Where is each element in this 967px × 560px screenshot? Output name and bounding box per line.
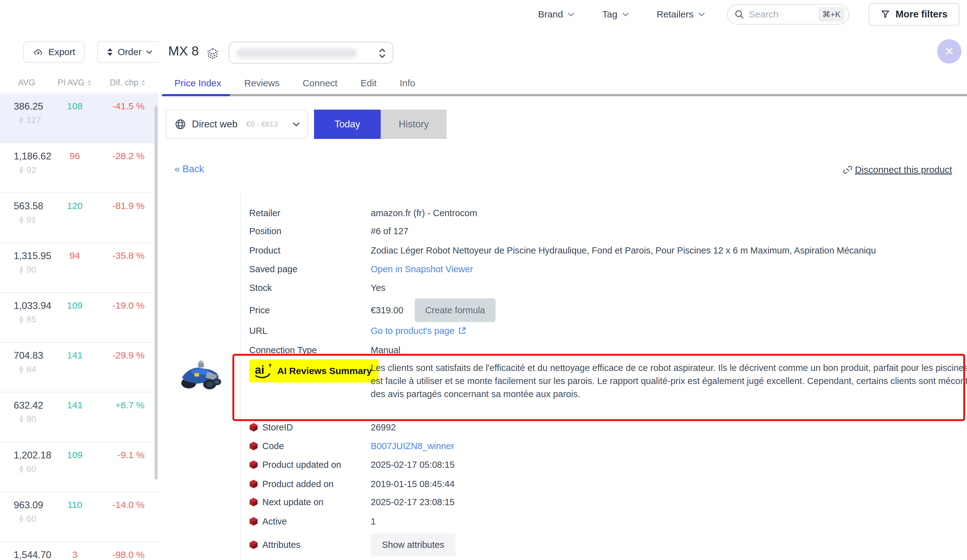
order-button[interactable]: Order	[97, 41, 158, 63]
lightning-icon	[19, 116, 24, 124]
column-header-dif-chp[interactable]: Dif. chp	[97, 78, 158, 87]
avg-value: 1,202.18	[14, 450, 53, 461]
pi-avg-value: 94	[69, 250, 80, 261]
disconnect-product-link[interactable]: Disconnect this product	[842, 165, 952, 175]
price-rows: 386.25 127 108 -41.5 % 1,186.62 92 96 -2…	[0, 94, 158, 560]
back-link[interactable]: « Back	[175, 163, 204, 175]
source-channel-label: Direct web	[192, 119, 238, 130]
product-updated-value: 2025-02-17 05:08:15	[371, 458, 454, 471]
flash-value: 60	[26, 464, 36, 474]
price-row[interactable]: 1,033.94 85 109 -19.0 %	[0, 293, 158, 343]
pi-avg-value: 120	[67, 201, 83, 211]
export-button[interactable]: Export	[23, 41, 85, 63]
dif-chp-value: -98.0 %	[112, 549, 145, 560]
active-value: 1	[371, 514, 376, 528]
tag-filter-dropdown[interactable]: Tag	[602, 9, 629, 20]
flash-count: 92	[14, 165, 53, 175]
detail-row-price: Price €319.00 Create formula	[249, 298, 496, 323]
layers-icon	[206, 47, 219, 61]
brand-filter-dropdown[interactable]: Brand	[538, 9, 575, 20]
pi-avg-value: 110	[67, 499, 82, 510]
store-id-label: StoreID	[262, 420, 293, 434]
detail-row-product-added: Product added on 2019-01-15 08:45:44	[249, 477, 454, 491]
go-to-product-page-link[interactable]: Go to product's page	[371, 324, 467, 338]
detail-row-saved-page: Saved page Open in Snapshot Viewer	[249, 262, 473, 276]
brand-filter-label: Brand	[538, 9, 563, 20]
product-code-link[interactable]: B007JUIZN8_winner	[371, 439, 454, 453]
app: { "colors": { "accent": "#3a44d8", "link…	[0, 0, 967, 560]
tab-edit[interactable]: Edit	[360, 78, 377, 89]
price-row[interactable]: 386.25 127 108 -41.5 %	[0, 94, 158, 143]
price-range-label: €0 - €613	[246, 120, 277, 128]
lightning-icon	[19, 166, 24, 174]
pi-avg-value: 3	[72, 549, 78, 560]
open-snapshot-viewer-link[interactable]: Open in Snapshot Viewer	[371, 262, 473, 276]
next-update-label: Next update on	[262, 495, 324, 509]
detail-row-product: Product Zodiac Léger Robot Nettoyeur de …	[249, 244, 876, 257]
search-input[interactable]: Search ⌘+K	[727, 4, 849, 25]
column-header-pi-avg[interactable]: PI AVG	[53, 78, 97, 87]
sort-arrows-icon	[87, 80, 92, 86]
database-cube-icon	[249, 423, 258, 432]
product-detail-panel: MX 8 ✕ Price Index Reviews Connect Edit …	[162, 34, 967, 560]
chevron-down-icon	[146, 50, 153, 54]
product-label: Product	[249, 244, 371, 257]
chevron-down-icon	[292, 122, 300, 127]
dif-chp-value: -35.8 %	[112, 250, 145, 261]
details-divider	[240, 193, 241, 560]
retailers-filter-dropdown[interactable]: Retailers	[657, 9, 705, 20]
close-button[interactable]: ✕	[937, 39, 961, 64]
tab-price-index[interactable]: Price Index	[175, 78, 221, 89]
flash-count: 127	[14, 115, 53, 125]
product-updated-label: Product updated on	[262, 458, 341, 471]
history-toggle-button[interactable]: History	[381, 110, 447, 139]
product-added-label: Product added on	[262, 477, 333, 491]
lightning-icon	[19, 216, 24, 224]
flash-count: 85	[14, 315, 53, 324]
detail-row-url: URL Go to product's page	[249, 324, 467, 338]
price-row[interactable]: 1,202.18 60 109 -9.1 %	[0, 442, 158, 492]
retailers-filter-label: Retailers	[657, 9, 693, 20]
detail-row-store-id: StoreID 26992	[249, 420, 396, 434]
pi-avg-value: 109	[67, 300, 83, 311]
price-row[interactable]: 704.83 84 141 -29.9 %	[0, 343, 158, 392]
pi-avg-value: 108	[67, 101, 83, 111]
source-channel-dropdown[interactable]: Direct web €0 - €613	[166, 110, 308, 139]
price-row[interactable]: 1,544.70 3 -98.0 %	[0, 542, 158, 560]
create-formula-button[interactable]: Create formula	[415, 298, 496, 322]
flash-value: 90	[26, 265, 36, 275]
today-toggle-button[interactable]: Today	[314, 110, 381, 139]
stock-value: Yes	[371, 281, 385, 295]
search-shortcut-badge: ⌘+K	[818, 7, 844, 22]
price-row[interactable]: 632.42 80 141 +6.7 %	[0, 392, 158, 442]
pi-avg-value: 96	[69, 151, 80, 161]
funnel-icon	[880, 9, 890, 19]
price-row[interactable]: 1,315.95 90 94 -35.8 %	[0, 243, 158, 293]
search-icon	[734, 9, 744, 20]
flash-count: 91	[14, 215, 53, 225]
dif-chp-value: -9.1 %	[117, 450, 145, 460]
flash-value: 92	[26, 165, 36, 175]
more-filters-button[interactable]: More filters	[868, 3, 960, 26]
tab-connect[interactable]: Connect	[302, 78, 337, 89]
connected-product-select[interactable]	[229, 42, 393, 64]
price-row[interactable]: 563.58 91 120 -81.9 %	[0, 193, 158, 243]
detail-row-next-update: Next update on 2025-02-17 23:08:15	[249, 495, 454, 509]
detail-row-connection-type: Connection Type Manual	[249, 343, 400, 357]
flash-count: 84	[14, 364, 53, 374]
show-attributes-button[interactable]: Show attributes	[371, 533, 455, 556]
dif-chp-value: -81.9 %	[112, 201, 145, 211]
cloud-download-icon	[33, 47, 44, 57]
database-cube-icon	[249, 517, 258, 526]
price-row[interactable]: 963.09 60 110 -14.0 %	[0, 492, 158, 542]
tab-underline	[162, 94, 967, 96]
tab-info[interactable]: Info	[400, 78, 415, 89]
sidebar-scrollbar[interactable]	[155, 106, 158, 480]
flash-count: 80	[14, 414, 53, 424]
retailer-value: amazon.fr (fr) - Centrocom	[371, 206, 477, 220]
ai-logo-icon: ai	[254, 362, 273, 379]
price-row[interactable]: 1,186.62 92 96 -28.2 %	[0, 143, 158, 193]
avg-value: 632.42	[14, 400, 53, 411]
export-label: Export	[48, 47, 75, 57]
tab-reviews[interactable]: Reviews	[244, 78, 279, 89]
